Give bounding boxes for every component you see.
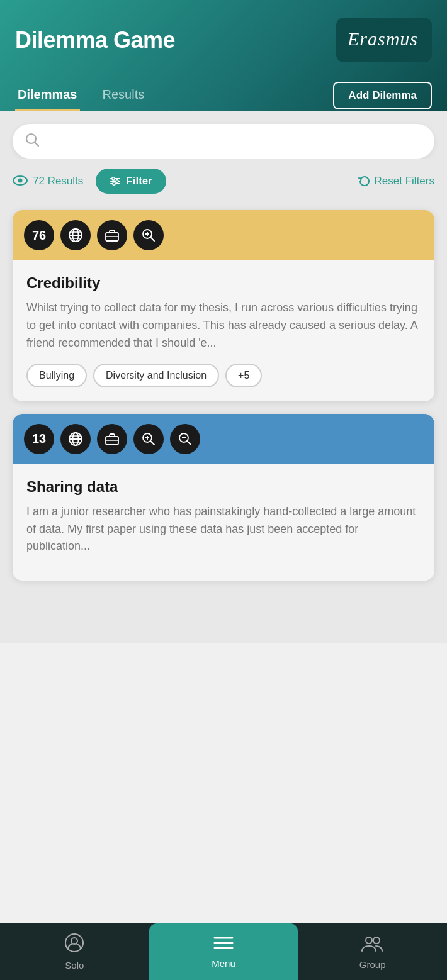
svg-line-34 xyxy=(188,441,191,445)
svg-text:Erasmus: Erasmus xyxy=(347,28,418,49)
add-dilemma-button[interactable]: Add Dilemma xyxy=(333,82,432,109)
tab-dilemmas[interactable]: Dilemmas xyxy=(15,80,80,111)
card-body-credibility: Credibility Whilst trying to collect dat… xyxy=(13,260,434,401)
svg-point-4 xyxy=(18,178,23,182)
card-title-credibility: Credibility xyxy=(26,274,421,292)
svg-line-2 xyxy=(35,143,39,147)
nav-group-label: Group xyxy=(359,959,386,970)
search-zoom-icon-2 xyxy=(133,424,164,454)
menu-icon xyxy=(213,935,234,955)
card-header-sharing: 13 xyxy=(13,414,434,464)
card-sharing-data[interactable]: 13 xyxy=(13,414,434,581)
search-icon xyxy=(25,133,39,150)
search-area xyxy=(0,111,447,159)
briefcase-icon-1 xyxy=(97,220,127,250)
card-tags-credibility: Bullying Diversity and Inclusion +5 xyxy=(26,364,421,387)
svg-point-10 xyxy=(113,182,115,185)
search-zoom-icon-3 xyxy=(170,424,200,454)
card-credibility[interactable]: 76 xyxy=(13,210,434,401)
svg-point-42 xyxy=(373,937,380,944)
cards-container: 76 xyxy=(0,204,447,643)
globe-icon-2 xyxy=(60,424,91,454)
group-icon xyxy=(361,933,385,957)
results-count: 72 Results xyxy=(13,174,83,189)
nav-solo[interactable]: Solo xyxy=(0,923,149,980)
filter-bar: 72 Results Filter Reset Filters xyxy=(0,159,447,204)
card-header-credibility: 76 xyxy=(13,210,434,260)
reset-filters-label: Reset Filters xyxy=(375,175,434,187)
card-body-sharing: Sharing data I am a junior researcher wh… xyxy=(13,464,434,581)
search-bar xyxy=(13,124,434,159)
tag-bullying[interactable]: Bullying xyxy=(26,364,87,387)
card-number-credibility: 76 xyxy=(24,220,54,250)
svg-point-8 xyxy=(112,177,115,180)
app-title: Dilemma Game xyxy=(15,27,175,53)
nav-solo-label: Solo xyxy=(65,960,84,971)
globe-icon-1 xyxy=(60,220,91,250)
card-number-sharing: 13 xyxy=(24,424,54,454)
filter-button-label: Filter xyxy=(126,175,152,187)
svg-point-41 xyxy=(366,937,372,944)
filter-button[interactable]: Filter xyxy=(96,169,166,194)
svg-line-19 xyxy=(151,238,155,242)
svg-line-30 xyxy=(151,441,155,445)
svg-point-9 xyxy=(116,180,118,182)
card-description-credibility: Whilst trying to collect data for my the… xyxy=(26,299,421,352)
results-count-label: 72 Results xyxy=(33,175,83,187)
card-description-sharing: I am a junior researcher who has painsta… xyxy=(26,503,421,556)
tag-diversity[interactable]: Diversity and Inclusion xyxy=(93,364,219,387)
nav-group[interactable]: Group xyxy=(298,923,447,980)
tab-results[interactable]: Results xyxy=(100,80,147,111)
search-input[interactable] xyxy=(47,135,422,148)
eye-icon xyxy=(13,174,28,189)
app-header: Dilemma Game Erasmus Dilemmas Results Ad… xyxy=(0,0,447,111)
nav-menu-label: Menu xyxy=(212,958,235,969)
erasmus-logo: Erasmus xyxy=(336,18,432,62)
nav-menu[interactable]: Menu xyxy=(149,923,298,980)
card-title-sharing: Sharing data xyxy=(26,478,421,496)
search-zoom-icon-1 xyxy=(133,220,164,250)
tag-more[interactable]: +5 xyxy=(225,364,262,387)
reset-filters-button[interactable]: Reset Filters xyxy=(358,175,434,187)
tabs-bar: Dilemmas Results Add Dilemma xyxy=(15,80,432,111)
solo-icon xyxy=(64,933,84,957)
briefcase-icon-2 xyxy=(97,424,127,454)
bottom-nav: Solo Menu Group xyxy=(0,923,447,980)
